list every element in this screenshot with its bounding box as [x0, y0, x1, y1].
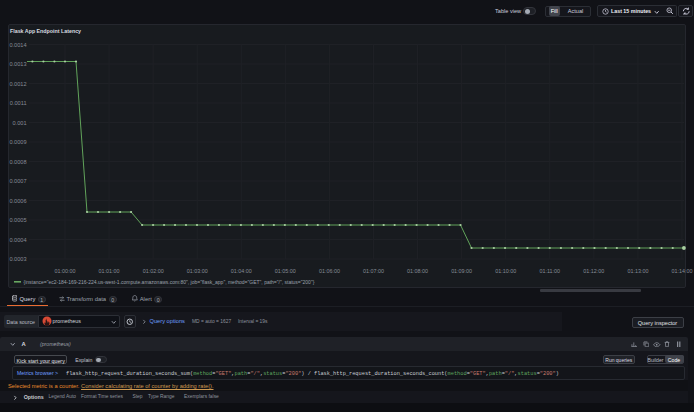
svg-text:01:11:00: 01:11:00	[539, 268, 560, 274]
svg-text:0.0007: 0.0007	[9, 178, 26, 184]
svg-text:01:09:00: 01:09:00	[451, 268, 472, 274]
svg-text:01:13:00: 01:13:00	[627, 268, 648, 274]
svg-text:0.0009: 0.0009	[9, 139, 26, 145]
svg-text:01:07:00: 01:07:00	[363, 268, 384, 274]
svg-text:{instance="ec2-184-169-216-224: {instance="ec2-184-169-216-224.us-west-1…	[24, 279, 315, 285]
svg-text:01:01:00: 01:01:00	[99, 268, 120, 274]
svg-text:01:08:00: 01:08:00	[407, 268, 428, 274]
svg-text:01:05:00: 01:05:00	[275, 268, 296, 274]
svg-text:0.0014: 0.0014	[9, 42, 26, 48]
svg-text:0.0004: 0.0004	[9, 237, 26, 243]
svg-text:01:03:00: 01:03:00	[187, 268, 208, 274]
svg-text:0.0011: 0.0011	[10, 100, 27, 106]
svg-text:01:00:00: 01:00:00	[55, 268, 76, 274]
svg-text:0.0008: 0.0008	[9, 159, 26, 165]
svg-text:01:14:00: 01:14:00	[671, 268, 692, 274]
svg-text:0.0006: 0.0006	[9, 198, 26, 204]
svg-text:0.0003: 0.0003	[9, 256, 26, 262]
svg-text:0.0012: 0.0012	[9, 81, 26, 87]
svg-text:01:06:00: 01:06:00	[319, 268, 340, 274]
svg-text:0.0005: 0.0005	[9, 217, 26, 223]
svg-text:01:04:00: 01:04:00	[231, 268, 252, 274]
svg-text:01:12:00: 01:12:00	[583, 268, 604, 274]
svg-text:0.0013: 0.0013	[9, 61, 26, 67]
svg-text:0.001: 0.001	[13, 120, 27, 126]
svg-text:01:02:00: 01:02:00	[143, 268, 164, 274]
svg-text:01:10:00: 01:10:00	[495, 268, 516, 274]
